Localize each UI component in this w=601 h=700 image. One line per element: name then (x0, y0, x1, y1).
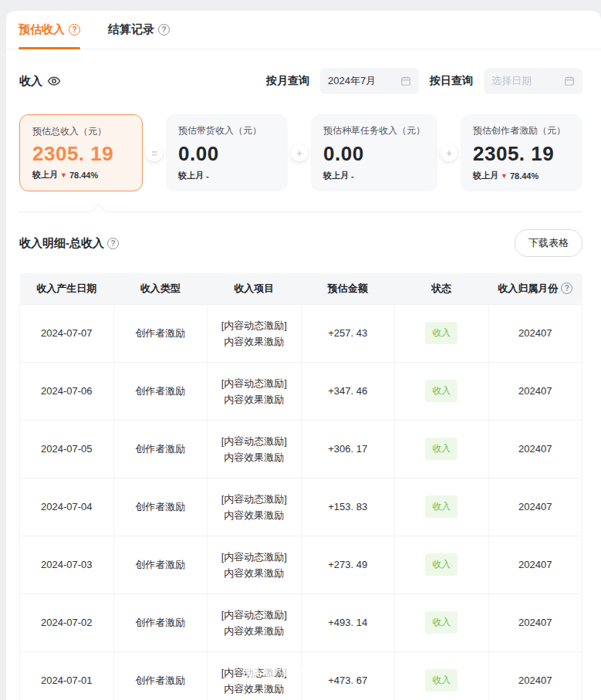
col-header-date: 收入产生日期 (20, 273, 114, 304)
cell-month: 202407 (488, 651, 582, 700)
help-icon[interactable]: ? (107, 238, 119, 249)
tab-bar: 预估收入 ? 结算记录 ? (6, 11, 601, 49)
cell-status: 收入 (395, 304, 489, 362)
table-header-row: 收入产生日期 收入类型 收入项目 预估金额 状态 收入归属月份 ? (20, 273, 582, 304)
download-table-button[interactable]: 下载表格 (515, 229, 582, 257)
cell-amount: +153. 83 (301, 478, 395, 536)
cell-month: 202407 (488, 478, 582, 536)
caret-up-notch (91, 204, 106, 219)
status-badge: 收入 (425, 553, 458, 576)
col-header-month: 收入归属月份 ? (488, 273, 582, 304)
col-header-amount: 预估金额 (301, 273, 395, 304)
cell-amount: +273. 49 (301, 536, 395, 593)
main-panel: 预估收入 ? 结算记录 ? 收入 按月查询 2024年7月 (6, 11, 601, 700)
cell-amount: +306. 17 (301, 420, 395, 478)
cell-project: [内容动态激励]内容效果激励 (208, 362, 302, 420)
cell-date: 2024-07-03 (20, 536, 114, 593)
status-badge: 收入 (425, 669, 458, 692)
table-row: 2024-07-02 创作者激励 [内容动态激励]内容效果激励 +493. 14… (20, 593, 582, 651)
help-icon[interactable]: ? (158, 24, 170, 36)
card-goods-income[interactable]: 预估带货收入（元） 0.00 较上月 - (166, 114, 288, 191)
col-header-type: 收入类型 (113, 273, 208, 304)
table-row: 2024-07-05 创作者激励 [内容动态激励]内容效果激励 +306. 17… (20, 420, 582, 478)
detail-header: 收入明细-总收入 ? 下载表格 (19, 229, 582, 257)
income-detail-table: 收入产生日期 收入类型 收入项目 预估金额 状态 收入归属月份 ? 2024-0… (19, 273, 582, 700)
cell-status: 收入 (395, 536, 489, 593)
col-header-project: 收入项目 (208, 273, 302, 304)
compare-value: - (351, 171, 354, 181)
calendar-icon (400, 76, 411, 86)
compare-value: 78.44% (510, 171, 539, 181)
card-label: 预估创作者激励（元） (473, 124, 570, 137)
card-seeding-task-income[interactable]: 预估种草任务收入（元） 0.00 较上月 - (311, 114, 437, 191)
cell-status: 收入 (395, 651, 489, 700)
calendar-icon (564, 76, 575, 86)
eye-icon[interactable] (47, 74, 61, 88)
col-header-month-label: 收入归属月份 (498, 282, 558, 296)
card-label: 预估带货收入（元） (178, 124, 275, 137)
compare-label: 较上月 (473, 170, 498, 181)
down-triangle-icon: ▼ (60, 171, 67, 179)
income-title: 收入 (19, 74, 61, 89)
cell-date: 2024-07-01 (20, 651, 114, 700)
active-tab-underline (19, 47, 80, 49)
cell-status: 收入 (395, 420, 489, 478)
tab-estimated-income-label: 预估收入 (19, 22, 65, 37)
day-query-label: 按日查询 (430, 74, 473, 88)
tab-estimated-income[interactable]: 预估收入 ? (19, 11, 80, 49)
cell-date: 2024-07-07 (20, 304, 114, 362)
card-compare: 较上月 - (323, 170, 425, 181)
table-row: 2024-07-06 创作者激励 [内容动态激励]内容效果激励 +347. 46… (20, 362, 582, 420)
cell-status: 收入 (395, 362, 489, 420)
help-icon[interactable]: ? (561, 282, 572, 294)
card-total-income[interactable]: 预估总收入（元） 2305. 19 较上月 ▼ 78.44% (19, 114, 143, 191)
compare-label: 较上月 (32, 169, 58, 181)
cell-amount: +257. 43 (301, 304, 395, 362)
cell-type: 创作者激励 (113, 651, 208, 700)
table-row: 2024-07-03 创作者激励 [内容动态激励]内容效果激励 +273. 49… (20, 536, 582, 593)
cell-project: [内容动态激励]内容效果激励 (208, 420, 302, 478)
card-compare: 较上月 - (178, 170, 275, 181)
cell-type: 创作者激励 (113, 478, 208, 536)
cell-project: [内容动态激励]内容效果激励 (208, 593, 302, 651)
cell-type: 创作者激励 (113, 362, 208, 420)
compare-label: 较上月 (323, 170, 349, 181)
equals-icon: = (146, 144, 163, 161)
cell-amount: +347. 46 (301, 362, 395, 420)
day-picker[interactable]: 选择日期 (484, 68, 582, 94)
cell-date: 2024-07-02 (20, 593, 114, 651)
card-label: 预估总收入（元） (32, 125, 130, 138)
down-triangle-icon: ▼ (501, 172, 508, 180)
cell-status: 收入 (395, 593, 489, 651)
compare-label: 较上月 (178, 170, 204, 181)
income-toolbar: 收入 按月查询 2024年7月 按日查询 选择日期 (19, 68, 582, 94)
selected-card-divider (19, 211, 582, 212)
card-value: 2305. 19 (473, 144, 570, 164)
day-picker-placeholder: 选择日期 (491, 74, 559, 88)
month-picker[interactable]: 2024年7月 (320, 68, 419, 94)
tab-settlement-records[interactable]: 结算记录 ? (108, 11, 170, 49)
cell-type: 创作者激励 (113, 304, 208, 362)
month-query-label: 按月查询 (266, 74, 309, 88)
help-icon[interactable]: ? (69, 24, 80, 36)
status-badge: 收入 (425, 611, 458, 634)
cell-project: [内容动态激励]内容效果激励 (208, 304, 302, 362)
cell-status: 收入 (395, 478, 489, 536)
card-creator-incentive[interactable]: 预估创作者激励（元） 2305. 19 较上月 ▼ 78.44% (461, 114, 582, 191)
detail-title: 收入明细-总收入 ? (19, 236, 119, 251)
compare-value: 78.44% (69, 171, 98, 180)
cell-month: 202407 (488, 536, 582, 593)
plus-icon: + (291, 144, 308, 161)
cell-date: 2024-07-04 (20, 478, 114, 536)
card-value: 2305. 19 (32, 144, 130, 164)
income-title-label: 收入 (19, 74, 42, 89)
table-row: 2024-07-01 创作者激励 [内容动态激励]内容效果激励 +473. 67… (20, 651, 582, 700)
card-value: 0.00 (178, 144, 275, 164)
cell-type: 创作者激励 (113, 536, 208, 593)
card-compare: 较上月 ▼ 78.44% (32, 169, 130, 181)
status-badge: 收入 (425, 322, 458, 344)
card-label: 预估种草任务收入（元） (323, 124, 425, 137)
cell-project: [内容动态激励]内容效果激励 (208, 536, 302, 593)
cell-month: 202407 (488, 593, 582, 651)
cell-amount: +473. 67 (301, 651, 395, 700)
